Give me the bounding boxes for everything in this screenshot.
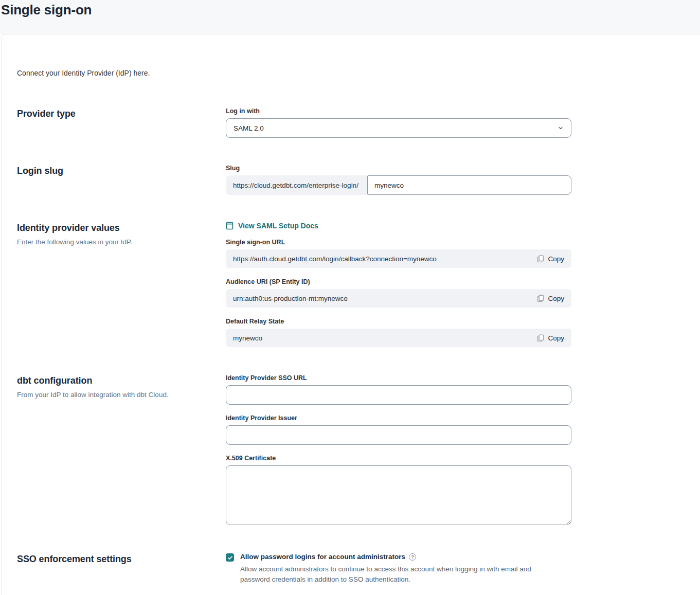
copy-sso-url-button[interactable]: Copy (537, 255, 564, 263)
copy-button-label: Copy (548, 334, 564, 342)
view-saml-setup-docs-link[interactable]: View SAML Setup Docs (226, 222, 318, 230)
audience-uri-label: Audience URI (SP Entity ID) (226, 278, 571, 285)
default-relay-state-group: Default Relay State mynewco Copy (226, 318, 571, 347)
provider-type-heading: Provider type (17, 109, 226, 119)
copy-icon (537, 255, 544, 263)
page-header: Single sign-on (0, 0, 700, 34)
intro-text: Connect your Identity Provider (IdP) her… (17, 69, 700, 77)
section-login-slug: Login slug Slug https://cloud.getdbt.com… (17, 165, 700, 195)
single-sign-on-url-value: https://auth.cloud.getdbt.com/login/call… (233, 255, 537, 263)
identity-provider-values-subheading: Enter the following values in your IdP. (17, 238, 226, 246)
sso-settings-card: Connect your Identity Provider (IdP) her… (1, 34, 700, 595)
copy-default-relay-state-button[interactable]: Copy (537, 334, 564, 342)
identity-provider-values-heading: Identity provider values (17, 223, 226, 233)
login-with-label: Log in with (226, 107, 571, 115)
journal-icon (226, 222, 234, 230)
slug-url-prefix: https://cloud.getdbt.com/enterprise-logi… (226, 175, 367, 195)
idp-issuer-label: Identity Provider Issuer (226, 414, 571, 422)
slug-field-group: https://cloud.getdbt.com/enterprise-logi… (226, 175, 571, 195)
sso-enforcement-heading: SSO enforcement settings (17, 554, 226, 565)
default-relay-state-field: mynewco Copy (226, 329, 571, 347)
chevron-down-icon (558, 125, 564, 131)
copy-audience-uri-button[interactable]: Copy (537, 295, 564, 302)
login-with-select[interactable]: SAML 2.0 (226, 118, 571, 138)
login-with-selected-value: SAML 2.0 (234, 124, 264, 132)
allow-password-logins-label: Allow password logins for account admini… (240, 553, 405, 561)
login-slug-heading: Login slug (17, 166, 226, 176)
audience-uri-value: urn:auth0:us-production-mt:mynewco (233, 295, 537, 302)
x509-certificate-textarea[interactable] (226, 465, 571, 525)
allow-password-logins-row: Allow password logins for account admini… (226, 553, 571, 585)
section-sso-enforcement: SSO enforcement settings Allow password … (17, 553, 700, 585)
section-identity-provider-values: Identity provider values Enter the follo… (17, 222, 700, 347)
copy-button-label: Copy (548, 295, 564, 302)
slug-input[interactable] (367, 175, 571, 195)
idp-sso-url-label: Identity Provider SSO URL (226, 374, 571, 382)
idp-issuer-group: Identity Provider Issuer (226, 414, 571, 445)
section-dbt-configuration: dbt configuration From your IdP to allow… (17, 374, 700, 525)
single-sign-on-url-field: https://auth.cloud.getdbt.com/login/call… (226, 249, 571, 268)
help-icon[interactable]: ? (409, 553, 416, 561)
idp-issuer-input[interactable] (226, 425, 571, 445)
slug-label: Slug (226, 165, 571, 172)
idp-sso-url-group: Identity Provider SSO URL (226, 374, 571, 405)
check-icon (227, 555, 233, 561)
view-saml-setup-docs-label: View SAML Setup Docs (238, 222, 318, 230)
dbt-configuration-subheading: From your IdP to allow integration with … (17, 391, 226, 399)
audience-uri-group: Audience URI (SP Entity ID) urn:auth0:us… (226, 278, 571, 308)
x509-certificate-group: X.509 Certificate (226, 455, 571, 525)
copy-button-label: Copy (548, 255, 564, 263)
sso-url-group: Single sign-on URL https://auth.cloud.ge… (226, 239, 571, 268)
dbt-configuration-heading: dbt configuration (17, 375, 226, 386)
default-relay-state-value: mynewco (233, 334, 537, 342)
x509-certificate-label: X.509 Certificate (226, 455, 571, 462)
copy-icon (537, 295, 544, 302)
allow-password-logins-checkbox[interactable] (226, 553, 234, 562)
allow-password-logins-description: Allow account administrators to continue… (240, 564, 559, 585)
copy-icon (537, 334, 544, 342)
audience-uri-field: urn:auth0:us-production-mt:mynewco Copy (226, 289, 571, 308)
default-relay-state-label: Default Relay State (226, 318, 571, 325)
single-sign-on-url-label: Single sign-on URL (226, 239, 571, 246)
idp-sso-url-input[interactable] (226, 385, 571, 405)
section-provider-type: Provider type Log in with SAML 2.0 (17, 107, 700, 138)
page-title: Single sign-on (1, 2, 700, 18)
